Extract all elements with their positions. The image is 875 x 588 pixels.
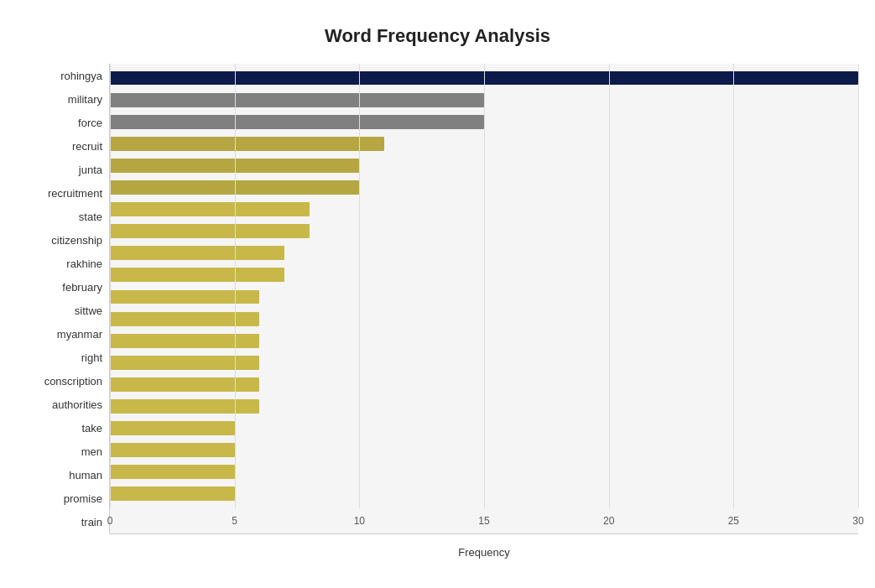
bar-men [110, 421, 235, 435]
y-label-promise: promise [17, 493, 102, 504]
grid-line-15 [484, 64, 485, 508]
y-label-conscription: conscription [17, 376, 102, 387]
chart-title: Word Frequency Analysis [17, 17, 858, 47]
y-label-rohingya: rohingya [17, 70, 102, 81]
y-labels: rohingyamilitaryforcerecruitjuntarecruit… [17, 64, 109, 534]
y-label-take: take [17, 423, 102, 434]
y-label-citizenship: citizenship [17, 235, 102, 246]
bar-promise [110, 465, 235, 479]
y-label-rakhine: rakhine [17, 258, 102, 269]
y-label-train: train [17, 517, 102, 528]
bar-state [110, 202, 310, 216]
plot-area: Frequency 051015202530 [109, 64, 858, 534]
x-axis-label: Frequency [458, 546, 509, 559]
y-label-force: force [17, 117, 102, 128]
grid-line-25 [733, 64, 734, 508]
bar-train [110, 487, 235, 501]
bar-authorities [110, 377, 259, 392]
y-label-myanmar: myanmar [17, 329, 102, 340]
y-label-military: military [17, 94, 102, 105]
grid-label-25: 25 [728, 515, 739, 527]
grid-label-0: 0 [107, 515, 113, 527]
grid-label-5: 5 [232, 515, 237, 527]
grid-label-30: 30 [852, 515, 863, 527]
y-label-sittwe: sittwe [17, 305, 102, 316]
bar-military [110, 93, 484, 107]
y-label-recruit: recruit [17, 141, 102, 152]
y-label-junta: junta [17, 164, 102, 175]
bar-myanmar [110, 312, 259, 326]
bar-rakhine [110, 246, 284, 260]
y-label-february: february [17, 282, 102, 293]
grid-label-10: 10 [354, 515, 365, 527]
grid-line-30 [858, 64, 859, 508]
grid-line-5 [235, 64, 236, 508]
bar-human [110, 443, 235, 457]
grid-line-0 [110, 64, 111, 508]
y-label-authorities: authorities [17, 399, 102, 410]
grid-label-20: 20 [603, 515, 614, 527]
bar-citizenship [110, 224, 310, 238]
chart-area: rohingyamilitaryforcerecruitjuntarecruit… [17, 64, 858, 534]
bar-conscription [110, 356, 259, 370]
bar-sittwe [110, 290, 259, 304]
bar-force [110, 115, 484, 129]
bar-take [110, 399, 259, 414]
bar-recruit [110, 137, 384, 151]
y-label-men: men [17, 446, 102, 457]
bar-february [110, 268, 284, 282]
grid-line-20 [609, 64, 610, 508]
y-label-recruitment: recruitment [17, 188, 102, 199]
grid-line-10 [359, 64, 360, 508]
y-label-state: state [17, 211, 102, 222]
chart-container: Word Frequency Analysis rohingyamilitary… [0, 0, 875, 588]
grid-label-15: 15 [478, 515, 489, 527]
y-label-human: human [17, 470, 102, 481]
bar-right [110, 334, 259, 348]
y-label-right: right [17, 352, 102, 363]
